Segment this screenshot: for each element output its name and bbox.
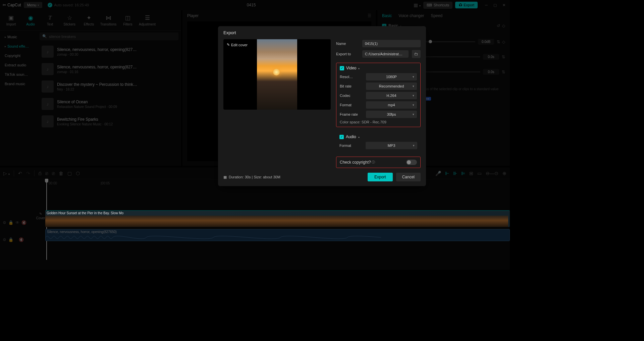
aformat-select[interactable]: MP3 <box>366 142 417 149</box>
resolution-label: Resol… <box>340 75 363 79</box>
duration-info: ▦ Duration: 30s | Size: about 30M <box>223 175 364 179</box>
bitrate-select[interactable]: Recommended <box>366 82 417 90</box>
exportto-row: Export to C:/Users/Administrat… 🗀 <box>336 50 421 58</box>
name-label: Name <box>336 42 359 46</box>
audio-section-title: Audio <box>346 134 356 139</box>
exportto-path: C:/Users/Administrat… <box>362 50 409 58</box>
codec-label: Codec <box>340 94 363 98</box>
name-row: Name <box>336 40 421 47</box>
cancel-button[interactable]: Cancel <box>396 173 421 181</box>
cover-preview: ✎ Edit cover <box>223 39 331 110</box>
help-icon[interactable]: ⓘ <box>372 160 375 165</box>
film-icon: ▦ <box>223 175 227 179</box>
edit-cover-button[interactable]: ✎ Edit cover <box>227 43 248 47</box>
video-section-title: Video <box>346 66 356 70</box>
colorspace-text: Color space: SDR - Rec.709 <box>340 120 417 124</box>
vformat-select[interactable]: mp4 <box>366 101 417 109</box>
audio-section: ✓ Audio ▴ FormatMP3 <box>336 132 421 152</box>
pencil-icon: ✎ <box>227 43 230 47</box>
cover-thumbnail <box>257 39 297 110</box>
bitrate-label: Bit rate <box>340 84 363 88</box>
browse-folder-button[interactable]: 🗀 <box>412 50 421 58</box>
aformat-label: Format <box>339 144 362 148</box>
modal-overlay: Export ✎ Edit cover Name Export to <box>0 0 510 270</box>
framerate-label: Frame rate <box>340 112 363 116</box>
modal-title: Export <box>218 26 426 39</box>
copyright-label: Check copyright? <box>340 160 371 165</box>
export-confirm-button[interactable]: Export <box>368 173 393 181</box>
copyright-toggle[interactable] <box>406 160 417 165</box>
chevron-up-icon[interactable]: ▴ <box>358 135 360 138</box>
codec-select[interactable]: H.264 <box>366 92 417 99</box>
exportto-label: Export to <box>336 52 359 56</box>
vformat-label: Format <box>340 103 363 107</box>
chevron-up-icon[interactable]: ▴ <box>358 67 360 70</box>
export-modal: Export ✎ Edit cover Name Export to <box>218 26 426 186</box>
copyright-section: Check copyright? ⓘ <box>336 157 421 168</box>
video-checkbox[interactable]: ✓ <box>340 66 344 70</box>
video-section: ✓ Video ▴ Resol…1080P Bit rateRecommende… <box>336 63 421 127</box>
audio-checkbox[interactable]: ✓ <box>339 135 344 139</box>
name-input[interactable] <box>362 40 421 47</box>
resolution-select[interactable]: 1080P <box>366 73 417 80</box>
video-clip-label: Golden Hour Sunset at the Pier in the Ba… <box>47 211 123 215</box>
modal-footer: ▦ Duration: 30s | Size: about 30M Export… <box>218 168 426 186</box>
folder-icon: 🗀 <box>414 52 418 56</box>
framerate-select[interactable]: 30fps <box>366 111 417 118</box>
